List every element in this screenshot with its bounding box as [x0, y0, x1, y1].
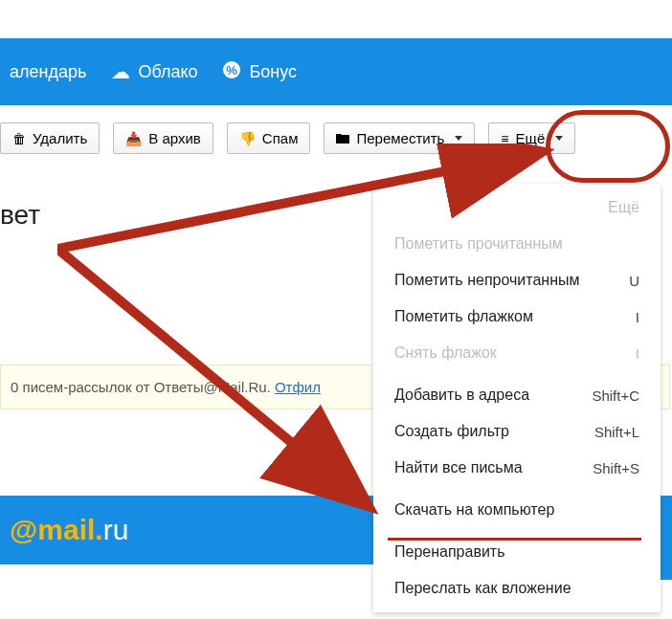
cloud-icon: ☁ [111, 60, 130, 83]
menu-create-filter-label: Создать фильтр [394, 423, 509, 440]
more-dropdown: Ещё Пометить прочитанным Пометить непроч… [373, 184, 661, 612]
filter-link[interactable]: Отфил [275, 379, 321, 395]
trash-icon: 🗑 [12, 131, 26, 146]
menu-mark-read: Пометить прочитанным [373, 226, 661, 262]
dropdown-header: Ещё [373, 189, 661, 226]
nav-calendar[interactable]: алендарь [10, 62, 86, 82]
menu-download-label: Скачать на компьютер [394, 501, 554, 519]
hamburger-icon: ≡ [501, 131, 508, 146]
logo-dot: . [95, 514, 102, 545]
dropdown-header-label: Ещё [608, 199, 639, 216]
menu-create-filter-shortcut: Shift+L [594, 424, 639, 440]
bonus-label: Бонус [249, 62, 297, 82]
menu-flag-shortcut: I [636, 309, 639, 325]
mailru-logo[interactable]: @mail.ru [10, 514, 128, 546]
folder-icon [336, 131, 349, 146]
delete-button[interactable]: 🗑 Удалить [0, 122, 100, 154]
move-label: Переместить [356, 130, 444, 146]
menu-unflag-label: Снять флажок [394, 344, 497, 362]
archive-button[interactable]: 📥 В архив [113, 122, 213, 154]
calendar-label: алендарь [10, 62, 86, 82]
cloud-label: Облако [138, 62, 197, 82]
menu-mark-unread[interactable]: Пометить непрочитанным U [373, 262, 661, 298]
nav-bonus[interactable]: % Бонус [222, 60, 297, 84]
menu-flag[interactable]: Пометить флажком I [373, 298, 661, 335]
percent-icon: % [222, 60, 241, 84]
menu-forward-attach-label: Переслать как вложение [394, 580, 571, 597]
menu-redirect-label: Перенаправить [394, 543, 505, 561]
svg-text:%: % [227, 63, 238, 77]
menu-unflag-shortcut: I [636, 345, 639, 362]
menu-mark-unread-label: Пометить непрочитанным [394, 272, 579, 289]
more-button[interactable]: ≡ Ещё [488, 122, 575, 154]
top-navbar: алендарь ☁ Облако % Бонус [0, 38, 672, 105]
chevron-down-icon [455, 136, 462, 141]
menu-mark-unread-shortcut: U [629, 273, 639, 289]
menu-mark-read-label: Пометить прочитанным [394, 235, 563, 253]
menu-add-contact[interactable]: Добавить в адреса Shift+C [373, 377, 661, 413]
more-label: Ещё [516, 130, 546, 146]
banner-text: 0 писем-рассылок от Ответы@Mail.Ru. [11, 379, 275, 395]
menu-add-contact-shortcut: Shift+C [592, 387, 639, 404]
archive-icon: 📥 [125, 131, 142, 146]
menu-add-contact-label: Добавить в адреса [394, 387, 529, 404]
menu-download[interactable]: Скачать на компьютер [373, 492, 661, 528]
spam-label: Спам [262, 130, 299, 146]
menu-unflag: Снять флажок I [373, 335, 661, 371]
thumbs-down-icon: 👎 [239, 131, 256, 146]
menu-forward-attach[interactable]: Переслать как вложение [373, 570, 661, 607]
menu-find-all-label: Найти все письма [394, 459, 523, 476]
logo-at: @ [10, 514, 37, 545]
menu-create-filter[interactable]: Создать фильтр Shift+L [373, 413, 661, 450]
logo-mail: mail [37, 514, 95, 545]
chevron-down-icon [555, 136, 563, 141]
move-button[interactable]: Переместить [324, 122, 475, 154]
logo-ru: ru [103, 514, 129, 545]
menu-redirect[interactable]: Перенаправить [373, 534, 661, 570]
menu-flag-label: Пометить флажком [394, 308, 533, 325]
menu-find-all-shortcut: Shift+S [593, 460, 639, 476]
spam-button[interactable]: 👎 Спам [227, 122, 311, 154]
nav-cloud[interactable]: ☁ Облако [111, 60, 197, 83]
mail-toolbar: 🗑 Удалить 📥 В архив 👎 Спам Переместить ≡… [0, 105, 672, 171]
menu-find-all[interactable]: Найти все письма Shift+S [373, 450, 661, 486]
archive-label: В архив [148, 130, 201, 146]
delete-label: Удалить [33, 130, 87, 146]
